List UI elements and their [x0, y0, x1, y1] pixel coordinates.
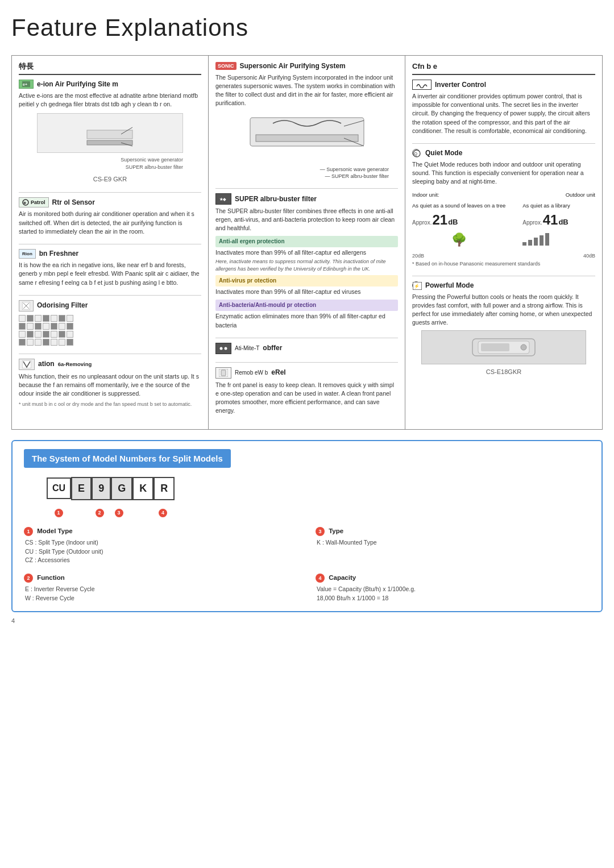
outdoor-db-value: 41 — [543, 210, 558, 230]
quiet-body: The Quiet Mode reduces both indoor and o… — [412, 160, 595, 186]
svg-point-30 — [521, 344, 526, 350]
auto-removing-title-row: ation 6a-Removing — [19, 359, 201, 370]
ion-title: bn Freshner — [39, 249, 78, 259]
left-column-header: 特長 — [19, 61, 201, 75]
model-detail-2: 2 Function E : Inverter Reverse Cycle W … — [24, 573, 298, 603]
supersonic-diagram-label1: Supersonic wave generator — [326, 167, 389, 172]
model-label-empty1 — [70, 508, 90, 517]
supersonic-title: Supersonic Air Purifying System — [240, 61, 346, 71]
model-label-3: 3 — [109, 508, 128, 517]
tree-icon: 🌳 — [412, 231, 505, 249]
inverter-title-row: Inverter Control — [412, 80, 595, 90]
ion-icon: Rion — [19, 249, 36, 259]
patrol-body: Air is monitored both during air conditi… — [19, 210, 201, 236]
right-column: Cfn b e Inverter Control A inverter air … — [405, 56, 602, 429]
powerful-title-row: ⚡ Powerful Mode — [412, 281, 595, 290]
db-axis-40: 40dB — [583, 252, 595, 260]
supersonic-body: The Supersonic Air Purifying System inco… — [215, 73, 398, 108]
model-detail-4-num: 4 — [316, 574, 325, 583]
indoor-db-value: 21 — [432, 210, 447, 230]
supersonic-diagram-label2: SUPER albru-buster filter — [331, 173, 389, 179]
outdoor-label: Outdoor unit — [566, 191, 595, 198]
model-detail-3-title: 3 Type — [316, 526, 590, 536]
eion-feature-block: e+ e-ion Air Purifying Site m Active e-i… — [19, 80, 201, 184]
model-detail-2-line1: E : Inverter Reverse Cycle — [25, 585, 298, 594]
left-column: 特長 e+ e-ion Air Purifying Site m Active … — [12, 56, 209, 429]
left-header-text: 特長 — [19, 61, 34, 72]
allergen-body: Inactivates more than 99% of all filter-… — [215, 248, 398, 257]
model-detail-3-line1: K : Wall-Mounted Type — [317, 538, 590, 547]
model-detail-1: 1 Model Type CS : Split Type (Indoor uni… — [24, 526, 298, 565]
antimite-icon — [215, 343, 231, 354]
model-detail-3-body: K : Wall-Mounted Type — [317, 538, 590, 547]
quiet-feature-block: Q Quiet Mode The Quiet Mode reduces both… — [412, 148, 595, 268]
diagram-label2: SUPER albru-buster filter — [37, 164, 183, 171]
model-char-9: 9 — [92, 477, 111, 500]
svg-rect-13 — [256, 135, 358, 142]
outdoor-approx: Approx. — [522, 219, 542, 227]
quiet-title-row: Q Quiet Mode — [412, 148, 595, 158]
inverter-title: Inverter Control — [435, 80, 486, 90]
svg-rect-22 — [221, 370, 226, 376]
odorising-title: Odorising Filter — [37, 301, 88, 310]
indoor-approx: Approx. — [412, 219, 432, 227]
ion-title-row: Rion bn Freshner — [19, 249, 201, 259]
model-details-grid: 1 Model Type CS : Split Type (Indoor uni… — [24, 526, 590, 603]
antimite-icon-label: Ati-Mite-T — [235, 344, 259, 352]
remote-body: The fr ont panel is easy to keep clean. … — [215, 381, 398, 416]
patrol-title-row: ⊕ Patrol Rtr ol Sensor — [19, 197, 201, 208]
center-column: SONIC Supersonic Air Purifying System Th… — [209, 56, 405, 429]
diagram-label1: Supersonic wave generator — [37, 156, 183, 164]
patrol-title: Rtr ol Sensor — [52, 198, 95, 207]
powerful-body: Pressing the Powerful button cools or he… — [412, 293, 595, 327]
super-filter-feature-block: ★◆ SUPER albru-buster filter The SUPER a… — [215, 193, 398, 330]
model-detail-1-line3: CZ : Accessories — [25, 556, 298, 565]
model-detail-2-body: E : Inverter Reverse Cycle W : Reverse C… — [25, 585, 298, 603]
model-detail-2-title: 2 Function — [24, 573, 298, 583]
super-filter-body: The SUPER albru-buster filter combines t… — [215, 207, 398, 233]
allergen-sub-header: Anti-all ergen protection — [215, 236, 398, 247]
model-number-display: CU E 9 G K R — [47, 477, 590, 500]
model-char-r: R — [154, 477, 175, 500]
svg-text:e+: e+ — [23, 82, 27, 86]
model-detail-3-num: 3 — [316, 527, 325, 536]
patrol-icon: ⊕ Patrol — [19, 197, 49, 208]
eion-diagram: Supersonic wave generator SUPER albru-bu… — [19, 113, 201, 171]
super-filter-icon: ★◆ — [215, 193, 231, 205]
supersonic-title-row: SONIC Supersonic Air Purifying System — [215, 61, 398, 71]
eion-title: e-ion Air Purifying Site m — [37, 80, 118, 89]
model-detail-1-line1: CS : Split Type (Indoor unit) — [25, 538, 298, 547]
supersonic-feature-block: SONIC Supersonic Air Purifying System Th… — [215, 61, 398, 180]
model-section-title: The System of Model Numbers for Split Mo… — [24, 449, 231, 468]
eion-icon: e+ — [19, 80, 34, 89]
allergen-note: Here, inactivate means to suppress norma… — [215, 258, 398, 272]
virus-sub-header: Anti-virus pr otection — [215, 275, 398, 286]
remote-title: eRel — [271, 368, 285, 377]
outdoor-desc: As quiet as a library — [522, 202, 570, 209]
svg-point-19 — [220, 347, 223, 350]
indoor-label: Indoor unit: — [412, 191, 439, 198]
auto-removing-icon-text: 6a-Removing — [58, 360, 92, 368]
model-detail-4-line1: Value = Capacity (Btu/h) x 1/1000e.g. — [317, 585, 590, 594]
db-axis-20: 20dB — [412, 252, 424, 260]
powerful-title: Powerful Mode — [425, 281, 474, 290]
remote-title-row: Remob eW b eRel — [215, 367, 398, 379]
db-bar-chart — [522, 232, 570, 246]
indoor-db-item: As quiet as a sound of leaves on a tree … — [412, 202, 505, 249]
model-numbers-section: The System of Model Numbers for Split Mo… — [11, 440, 603, 612]
inverter-icon — [412, 80, 432, 90]
svg-text:⊕: ⊕ — [23, 201, 26, 205]
auto-removing-body: Whis function, their es no unpleasant od… — [19, 372, 201, 398]
model-detail-4-body: Value = Capacity (Btu/h) x 1/1000e.g. 18… — [317, 585, 590, 603]
bacteria-sub-header: Anti-bacteria/Anti-mould pr otection — [215, 300, 398, 311]
powerful-feature-block: ⚡ Powerful Mode Pressing the Powerful bu… — [412, 281, 595, 377]
page-title: Feature Explanations — [11, 11, 603, 45]
db-axis-labels: 20dB 40dB — [412, 252, 595, 260]
model-detail-4: 4 Capacity Value = Capacity (Btu/h) x 1/… — [316, 573, 590, 603]
db-pair: As quiet as a sound of leaves on a tree … — [412, 202, 595, 249]
right-header-text: Cfn b e — [412, 61, 437, 72]
remote-icon — [215, 367, 231, 379]
antimite-title-row: Ati-Mite-T obffer — [215, 343, 398, 354]
auto-removing-note: * unit must b in c ool or dry mode and t… — [19, 401, 201, 408]
quiet-icon: Q — [412, 149, 420, 157]
